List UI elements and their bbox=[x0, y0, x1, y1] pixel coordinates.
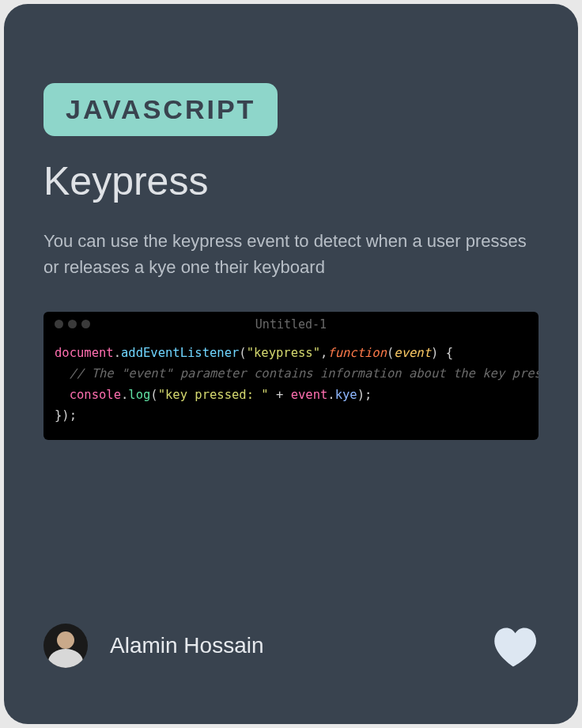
code-token: ) bbox=[357, 388, 365, 402]
code-token: addEventListener bbox=[121, 346, 239, 360]
code-token: ; bbox=[365, 388, 372, 402]
code-token: "keypress" bbox=[247, 346, 320, 360]
code-block: document.addEventListener("keypress",fun… bbox=[43, 336, 539, 426]
code-editor: Untitled-1 document.addEventListener("ke… bbox=[43, 312, 539, 440]
code-token: kye bbox=[335, 388, 357, 402]
code-token: + bbox=[269, 388, 291, 402]
code-token: . bbox=[114, 346, 121, 360]
code-token: ) bbox=[431, 346, 438, 360]
code-token: document bbox=[55, 346, 114, 360]
code-comment: // The "event" parameter contains inform… bbox=[70, 366, 539, 381]
code-token: }); bbox=[55, 408, 77, 423]
author-block: Alamin Hossain bbox=[43, 624, 264, 668]
code-token: log bbox=[128, 388, 150, 402]
code-token: event bbox=[394, 346, 431, 360]
code-token: , bbox=[320, 346, 327, 360]
code-token: ( bbox=[150, 388, 157, 402]
code-token: . bbox=[121, 388, 128, 402]
content-card: JAVASCRIPT Keypress You can use the keyp… bbox=[4, 4, 578, 724]
language-badge: JAVASCRIPT bbox=[43, 83, 278, 136]
code-token: "key pressed: " bbox=[158, 388, 269, 402]
editor-filename: Untitled-1 bbox=[43, 317, 539, 332]
avatar bbox=[43, 624, 88, 668]
description-text: You can use the keypress event to detect… bbox=[43, 228, 539, 280]
card-footer: Alamin Hossain bbox=[43, 623, 539, 669]
code-token: { bbox=[438, 346, 453, 360]
code-token: function bbox=[327, 346, 387, 360]
code-token: console bbox=[70, 388, 121, 402]
code-token: . bbox=[327, 388, 334, 402]
code-token: ( bbox=[387, 346, 394, 360]
author-name: Alamin Hossain bbox=[110, 633, 264, 658]
page-title: Keypress bbox=[43, 158, 539, 204]
heart-icon bbox=[488, 623, 539, 669]
editor-titlebar: Untitled-1 bbox=[43, 312, 539, 336]
code-token: event bbox=[291, 388, 328, 402]
code-token: ( bbox=[239, 346, 246, 360]
